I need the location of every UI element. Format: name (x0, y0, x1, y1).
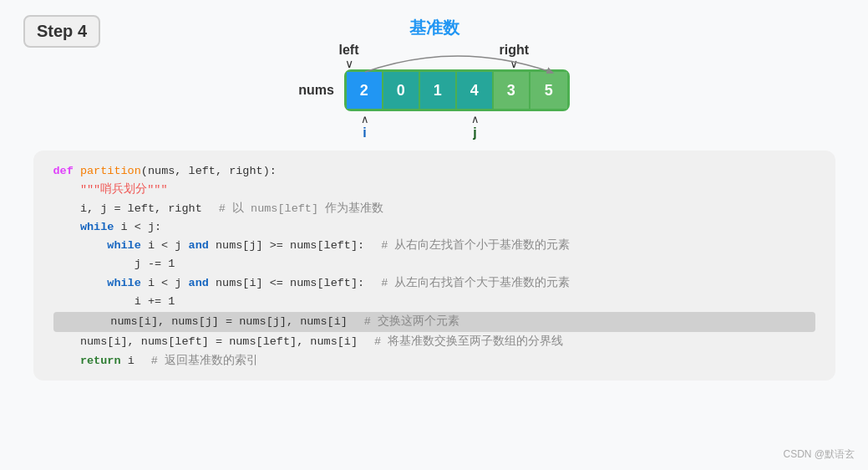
code-line-3: while i < j: (53, 218, 815, 237)
right-pointer: right ∨ (500, 43, 530, 69)
nums-label: nums (298, 83, 334, 98)
left-arrow-down: ∨ (345, 58, 353, 69)
cell-4: 3 (494, 72, 530, 109)
watermark: CSDN @默语玄 (783, 447, 855, 462)
j-pointer: ∧ j (457, 113, 494, 140)
code-line-2: i, j = left, right # 以 nums[left] 作为基准数 (53, 200, 815, 218)
pivot-label: 基准数 (409, 17, 459, 39)
cell-2: 1 (420, 72, 457, 109)
code-line-5: j -= 1 (53, 255, 815, 273)
comment-2: # 以 nums[left] 作为基准数 (219, 200, 383, 218)
cell-0: 2 (347, 72, 383, 109)
array-row: nums 2 0 1 4 3 5 (298, 69, 570, 111)
cell-5: 5 (530, 72, 567, 109)
code-line-6: while i < j and nums[i] <= nums[left]: #… (53, 274, 815, 293)
code-line-8-highlighted: nums[i], nums[j] = nums[j], nums[i] # 交换… (53, 312, 815, 332)
viz-area: 基准数 left ∨ right ∨ nums (292, 17, 576, 140)
code-line-10: return i # 返回基准数的索引 (53, 352, 815, 370)
j-label: j (473, 125, 476, 140)
code-block: def partition(nums, left, right): """哨兵划… (33, 151, 835, 381)
code-line-9: nums[i], nums[left] = nums[left], nums[i… (53, 333, 815, 351)
ij-row: ∧ i ∧ j (347, 113, 569, 140)
main-container: Step 4 基准数 left ∨ right ∨ nums (0, 0, 868, 470)
code-line-4: while i < j and nums[j] >= nums[left]: #… (53, 237, 815, 255)
left-pointer: left ∨ (339, 43, 359, 69)
right-arrow-down: ∨ (510, 58, 518, 69)
cell-1: 0 (383, 72, 420, 109)
j-arrow-up: ∧ (471, 113, 480, 125)
array-wrapper: 2 0 1 4 3 5 (344, 69, 570, 111)
step-badge: Step 4 (23, 15, 100, 48)
code-line-7: i += 1 (53, 293, 815, 311)
code-line-1: """哨兵划分""" (53, 181, 815, 199)
comment-4: # 从右向左找首个小于基准数的元素 (381, 237, 570, 255)
cell-3: 4 (457, 72, 494, 109)
comment-10: # 返回基准数的索引 (151, 352, 258, 370)
i-pointer: ∧ i (347, 113, 383, 140)
code-line-0: def partition(nums, left, right): (53, 162, 815, 181)
comment-6: # 从左向右找首个大于基准数的元素 (381, 274, 570, 293)
i-arrow-up: ∧ (361, 113, 369, 125)
comment-9: # 将基准数交换至两子数组的分界线 (374, 333, 563, 351)
comment-8: # 交换这两个元素 (364, 313, 459, 331)
i-label: i (363, 125, 366, 140)
